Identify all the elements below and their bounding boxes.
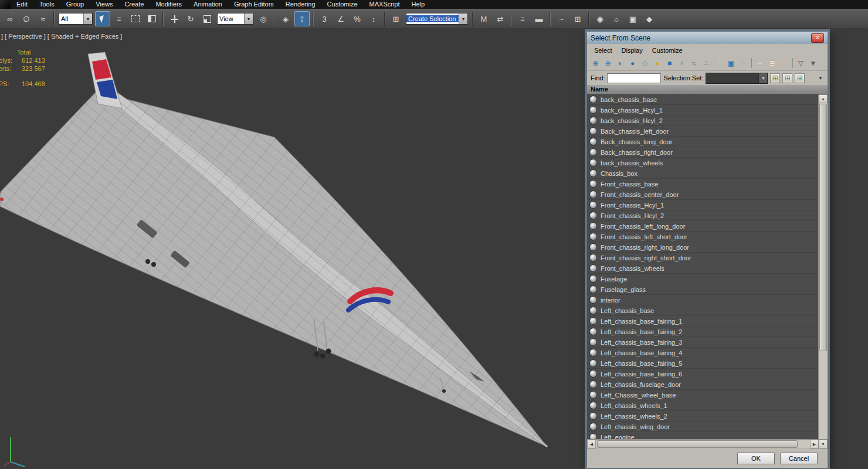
rendered-frame-window-button[interactable]: ▣ xyxy=(625,11,640,26)
combo-arrow-icon[interactable]: ▼ xyxy=(459,13,467,24)
list-item[interactable]: Left_chassis_wing_door xyxy=(587,422,818,432)
display-geometry-button[interactable]: ● xyxy=(626,57,639,69)
combo-arrow-icon[interactable]: ▼ xyxy=(758,73,767,83)
edit-named-selection-sets-button[interactable]: ⊞ xyxy=(388,11,404,26)
graphite-ribbon-button[interactable]: ▬ xyxy=(531,11,547,26)
menu-item-customize[interactable]: Customize xyxy=(321,0,364,9)
selection-filter-combo[interactable]: All ▼ xyxy=(59,13,93,25)
list-item[interactable]: Left_chassis_base_fairing_3 xyxy=(587,337,818,348)
horizontal-scroll-thumb[interactable] xyxy=(597,440,798,448)
menu-item-create[interactable]: Create xyxy=(118,0,150,9)
curve-editor-button[interactable]: ~ xyxy=(554,11,569,26)
selection-set-action-button-3[interactable]: ⊞ xyxy=(795,73,805,83)
menu-item-rendering[interactable]: Rendering xyxy=(280,0,321,9)
cancel-button[interactable]: Cancel xyxy=(780,453,818,464)
app-logo-icon[interactable] xyxy=(0,0,11,9)
angle-snap-button[interactable]: ∠ xyxy=(333,11,348,26)
list-item[interactable]: Left_chassis_base_fairing_6 xyxy=(587,369,818,379)
list-item[interactable]: Left_chassis_wheels_2 xyxy=(587,411,818,422)
scroll-right-icon[interactable]: ▶ xyxy=(810,440,819,448)
display-frozen-button[interactable]: ∗ xyxy=(737,57,750,69)
close-button[interactable]: × xyxy=(811,33,824,43)
list-item[interactable]: back_chassis_base xyxy=(587,94,818,105)
menu-item-edit[interactable]: Edit xyxy=(11,0,33,9)
display-bones-button[interactable]: / xyxy=(713,57,725,69)
expand-chevron-icon[interactable]: ▼ xyxy=(818,76,824,81)
select-object-button[interactable] xyxy=(95,11,110,26)
display-invert-button[interactable]: ◐ xyxy=(614,57,626,69)
list-item[interactable]: Left_chassis_base_fairing_5 xyxy=(587,358,818,369)
menu-item-animation[interactable]: Animation xyxy=(188,0,228,9)
display-containers-button[interactable]: ▣ xyxy=(725,57,737,69)
rectangular-selection-region-button[interactable] xyxy=(128,11,143,26)
list-item[interactable]: Front_chassis_center_door xyxy=(587,189,818,200)
selection-set-action-button-2[interactable]: ⊞ xyxy=(782,73,792,83)
horizontal-scrollbar[interactable]: ◀ ▶ ▼ xyxy=(587,439,828,448)
list-item[interactable]: Front_chassis_Hcyl_2 xyxy=(587,210,818,221)
list-item[interactable]: Left_chassis_fuselage_door xyxy=(587,379,818,390)
list-item[interactable]: back_chassis_Hcyl_1 xyxy=(587,105,818,115)
dialog-menu-item-select[interactable]: Select xyxy=(589,47,617,54)
detail-view-button[interactable]: ∥ xyxy=(778,57,791,69)
select-and-rotate-button[interactable]: ↻ xyxy=(183,11,198,26)
select-and-link-button[interactable]: ∞ xyxy=(2,11,18,26)
menu-item-maxscript[interactable]: MAXScript xyxy=(364,0,406,9)
list-item[interactable]: back_chassis_Hcyl_2 xyxy=(587,115,818,126)
viewport-label[interactable]: ] [ Perspective ] [ Shaded + Edged Faces… xyxy=(1,33,122,40)
selection-set-action-button-1[interactable]: ⊞ xyxy=(770,73,780,83)
selection-set-combo[interactable]: ▼ xyxy=(706,73,768,84)
list-item[interactable]: Fuselage_glass xyxy=(587,284,818,295)
menu-item-views[interactable]: Views xyxy=(90,0,118,9)
scroll-track[interactable] xyxy=(799,440,810,448)
scroll-up-icon[interactable]: ▲ xyxy=(819,94,828,103)
display-everything-button[interactable]: ⊕ xyxy=(589,57,602,69)
menu-item-graph-editors[interactable]: Graph Editors xyxy=(228,0,280,9)
percent-snap-button[interactable]: % xyxy=(350,11,365,26)
list-item[interactable]: Front_chassis_base xyxy=(587,179,818,189)
list-item[interactable]: Back_chassis_left_door xyxy=(587,126,818,137)
display-lights-button[interactable]: ● xyxy=(651,57,663,69)
list-item[interactable]: back_chassis_wheels xyxy=(587,158,818,168)
list-item[interactable]: Back_chassis_long_door xyxy=(587,137,818,147)
unlink-selection-button[interactable]: ∅ xyxy=(19,11,34,26)
combo-arrow-icon[interactable]: ▼ xyxy=(244,13,253,24)
list-item[interactable]: Left_chassis_wheels_1 xyxy=(587,400,818,411)
menu-item-group[interactable]: Group xyxy=(60,0,90,9)
menu-item-help[interactable]: Help xyxy=(406,0,431,9)
material-editor-button[interactable]: ◉ xyxy=(592,11,608,26)
display-spacewarps-button[interactable]: ≈ xyxy=(688,57,700,69)
vertical-scroll-thumb[interactable] xyxy=(819,104,827,351)
display-cameras-button[interactable]: ■ xyxy=(663,57,676,69)
list-item[interactable]: Left_chassis_base_fairing_1 xyxy=(587,316,818,327)
dialog-titlebar[interactable]: Select From Scene × xyxy=(587,32,828,44)
list-view-button[interactable]: ≡ xyxy=(754,57,766,69)
render-production-button[interactable]: ◆ xyxy=(642,11,657,26)
display-none-button[interactable]: ⊖ xyxy=(602,57,614,69)
menu-item-tools[interactable]: Tools xyxy=(33,0,60,9)
list-item[interactable]: Back_chassis_right_door xyxy=(587,147,818,158)
list-item[interactable]: Front_chassis_wheels xyxy=(587,263,818,274)
column-header-name[interactable]: Name xyxy=(587,85,828,94)
scroll-left-icon[interactable]: ◀ xyxy=(587,440,596,448)
dialog-menu-item-customize[interactable]: Customize xyxy=(647,47,687,54)
list-item[interactable]: Front_chassis_Hcyl_1 xyxy=(587,200,818,210)
list-item[interactable]: Left_chassis_base xyxy=(587,305,818,316)
bind-to-space-warp-button[interactable]: ≈ xyxy=(35,11,50,26)
filter-button[interactable]: ▽ xyxy=(795,57,807,69)
use-pivot-center-button[interactable]: ◎ xyxy=(256,11,271,26)
align-button[interactable]: ⇄ xyxy=(493,11,508,26)
spinner-snap-button[interactable]: ↕ xyxy=(366,11,381,26)
select-by-name-button[interactable]: ≡ xyxy=(111,11,127,26)
select-and-scale-button[interactable] xyxy=(199,11,215,26)
combo-arrow-icon[interactable]: ▼ xyxy=(83,13,92,24)
render-setup-button[interactable]: ☼ xyxy=(609,11,624,26)
schematic-view-button[interactable]: ⊞ xyxy=(570,11,585,26)
filter-combinations-button[interactable]: ▼ xyxy=(807,57,819,69)
keyboard-override-button[interactable]: ⇧ xyxy=(294,11,310,26)
select-and-move-button[interactable] xyxy=(167,11,182,26)
list-item[interactable]: Fuselage xyxy=(587,274,818,284)
list-item[interactable]: interior xyxy=(587,295,818,305)
reference-coordinate-combo[interactable]: View ▼ xyxy=(217,13,253,25)
find-input[interactable] xyxy=(607,73,661,83)
list-item[interactable]: Front_chassis_right_short_door xyxy=(587,253,818,263)
